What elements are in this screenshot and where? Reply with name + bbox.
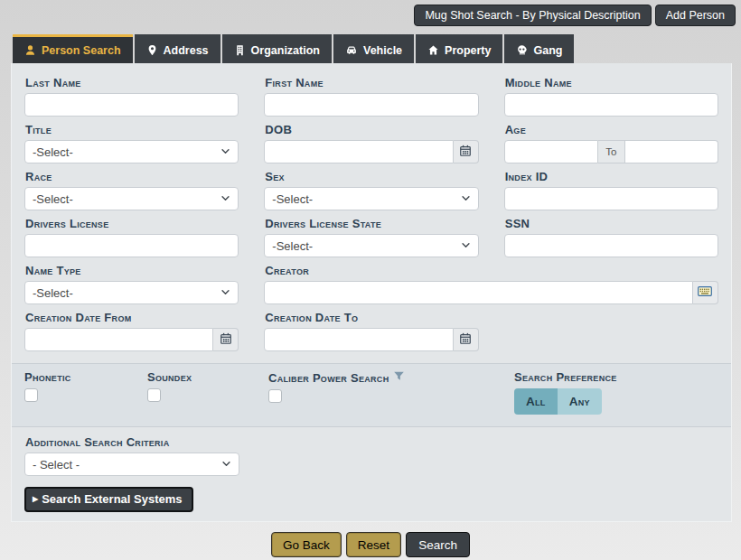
creator-label: Creator <box>265 264 718 277</box>
age-range-group: To <box>504 140 718 163</box>
search-options-band: Phonetic Soundex Caliber Power Search Se… <box>12 363 731 427</box>
middle-name-input[interactable] <box>504 93 718 117</box>
field-drivers-license-state: Drivers License State -Select- <box>264 217 478 257</box>
race-select-value: -Select- <box>33 192 73 206</box>
person-icon <box>24 44 36 56</box>
mug-shot-search-button[interactable]: Mug Shot Search - By Physical Descriptio… <box>414 5 651 26</box>
field-ssn: SSN <box>504 217 718 257</box>
dob-label: DOB <box>265 123 477 136</box>
reset-button[interactable]: Reset <box>346 532 401 557</box>
drivers-license-state-select-value: -Select- <box>272 239 313 253</box>
field-name-type: Name Type -Select- <box>24 264 239 304</box>
tab-label: Organization <box>251 44 320 57</box>
age-to-separator: To <box>598 140 625 163</box>
building-icon <box>234 44 246 56</box>
add-person-button[interactable]: Add Person <box>655 5 736 26</box>
drivers-license-label: Drivers License <box>25 217 238 230</box>
index-id-input[interactable] <box>504 187 718 210</box>
field-sex: Sex -Select- <box>264 170 478 210</box>
title-select[interactable]: -Select- <box>24 140 239 163</box>
field-additional-search-criteria: Additional Search Criteria - Select - <box>24 435 718 476</box>
skull-icon <box>516 44 528 56</box>
creation-date-from-label: Creation Date From <box>25 311 238 324</box>
person-search-panel: Last Name First Name Middle Name Title -… <box>11 63 732 522</box>
sex-select[interactable]: -Select- <box>264 187 478 210</box>
tab-label: Property <box>445 44 491 57</box>
drivers-license-state-select[interactable]: -Select- <box>264 234 478 257</box>
tab-vehicle[interactable]: Vehicle <box>333 34 414 63</box>
last-name-label: Last Name <box>25 76 238 89</box>
tab-person-search[interactable]: Person Search <box>13 34 133 63</box>
field-search-preference: Search Preference All Any <box>514 370 718 415</box>
drivers-license-input[interactable] <box>24 234 239 257</box>
caliber-power-search-checkbox[interactable] <box>268 389 282 403</box>
search-form: Last Name First Name Middle Name Title -… <box>12 63 731 351</box>
chevron-down-icon <box>221 458 231 471</box>
additional-search-criteria-select[interactable]: - Select - <box>24 453 239 476</box>
top-action-bar: Mug Shot Search - By Physical Descriptio… <box>414 5 736 26</box>
tab-label: Person Search <box>42 44 121 57</box>
tab-property[interactable]: Property <box>416 34 502 63</box>
chevron-down-icon <box>461 239 471 253</box>
tab-strip: Person Search Address Organization Vehic… <box>13 34 574 63</box>
soundex-checkbox[interactable] <box>147 388 161 402</box>
search-preference-all-button[interactable]: All <box>514 388 558 415</box>
age-to-input[interactable] <box>625 140 718 163</box>
ssn-input[interactable] <box>504 234 718 257</box>
sex-select-value: -Select- <box>272 192 313 206</box>
field-creation-date-from: Creation Date From <box>24 311 239 351</box>
field-phonetic: Phonetic <box>24 370 147 415</box>
creation-date-to-calendar-button[interactable] <box>454 328 479 351</box>
map-pin-icon <box>146 44 158 56</box>
creator-input[interactable] <box>264 281 693 304</box>
phonetic-checkbox[interactable] <box>24 388 38 402</box>
field-middle-name: Middle Name <box>504 76 718 117</box>
additional-search-criteria-label: Additional Search Criteria <box>25 435 718 449</box>
search-button[interactable]: Search <box>406 532 470 557</box>
first-name-label: First Name <box>265 76 477 89</box>
soundex-label: Soundex <box>147 370 268 384</box>
field-creation-date-to: Creation Date To <box>264 311 478 351</box>
search-preference-any-button[interactable]: Any <box>558 388 602 415</box>
field-creator: Creator <box>264 264 718 304</box>
age-label: Age <box>505 123 718 136</box>
additional-search-section: Additional Search Criteria - Select - <box>12 427 731 476</box>
name-type-select[interactable]: -Select- <box>24 281 239 304</box>
age-from-input[interactable] <box>504 140 598 163</box>
field-first-name: First Name <box>264 76 478 117</box>
search-preference-label: Search Preference <box>514 370 718 384</box>
tab-label: Vehicle <box>363 44 402 57</box>
chevron-down-icon <box>461 192 471 206</box>
search-external-systems-label: Search External Systems <box>42 492 182 506</box>
sex-label: Sex <box>265 170 477 183</box>
creation-date-to-input[interactable] <box>264 328 453 351</box>
index-id-label: Index ID <box>505 170 718 183</box>
race-select[interactable]: -Select- <box>24 187 239 210</box>
calendar-icon <box>459 145 472 160</box>
calendar-icon <box>459 332 472 348</box>
field-drivers-license: Drivers License <box>24 217 239 257</box>
tab-organization[interactable]: Organization <box>222 34 332 63</box>
tab-label: Gang <box>533 44 562 57</box>
chevron-down-icon <box>220 145 230 159</box>
go-back-button[interactable]: Go Back <box>271 532 342 557</box>
creator-lookup-button[interactable] <box>693 281 718 304</box>
tab-gang[interactable]: Gang <box>504 34 574 63</box>
field-index-id: Index ID <box>504 170 718 210</box>
field-dob: DOB <box>264 123 478 163</box>
tab-address[interactable]: Address <box>135 34 220 63</box>
first-name-input[interactable] <box>264 93 478 117</box>
last-name-input[interactable] <box>24 93 239 117</box>
dob-calendar-button[interactable] <box>454 140 479 163</box>
race-label: Race <box>25 170 238 183</box>
creation-date-from-input[interactable] <box>24 328 213 351</box>
middle-name-label: Middle Name <box>505 76 718 89</box>
chevron-down-icon <box>220 286 230 300</box>
field-age: Age To <box>504 123 718 163</box>
caliber-power-search-text: Caliber Power Search <box>268 371 389 385</box>
search-external-systems-button[interactable]: ▶ Search External Systems <box>24 487 193 512</box>
field-last-name: Last Name <box>24 76 239 117</box>
dob-input[interactable] <box>264 140 453 163</box>
field-title: Title -Select- <box>24 123 239 163</box>
creation-date-from-calendar-button[interactable] <box>213 328 239 351</box>
